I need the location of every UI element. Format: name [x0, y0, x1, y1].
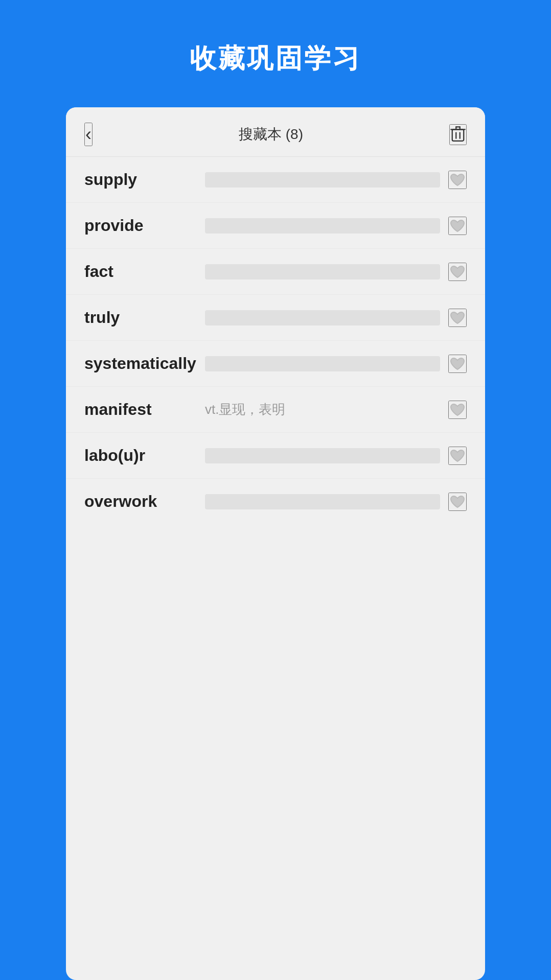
- vocabulary-card: ‹ 搜藏本 (8) supply provide fact truly syst…: [66, 107, 485, 980]
- back-button[interactable]: ‹: [84, 123, 93, 146]
- heart-button[interactable]: [448, 447, 467, 465]
- card-title: 搜藏本 (8): [239, 125, 303, 144]
- word-text: overwork: [84, 492, 197, 511]
- heart-button[interactable]: [448, 401, 467, 419]
- heart-button[interactable]: [448, 171, 467, 189]
- list-item: supply: [66, 157, 485, 203]
- list-item: labo(u)r: [66, 433, 485, 479]
- word-text: provide: [84, 216, 197, 235]
- word-definition: vt.显现，表明: [205, 401, 440, 418]
- word-list: supply provide fact truly systematically…: [66, 157, 485, 524]
- page-title: 收藏巩固学习: [190, 41, 361, 77]
- list-item: overwork: [66, 479, 485, 524]
- word-text: fact: [84, 262, 197, 281]
- heart-icon: [450, 219, 465, 233]
- word-definition-placeholder: [205, 356, 440, 371]
- word-text: systematically: [84, 354, 197, 373]
- list-item: systematically: [66, 341, 485, 387]
- heart-button[interactable]: [448, 355, 467, 373]
- list-item: truly: [66, 295, 485, 341]
- heart-icon: [450, 311, 465, 325]
- empty-space: [66, 524, 485, 831]
- word-text: manifest: [84, 400, 197, 419]
- svg-rect-0: [452, 129, 464, 141]
- list-item: fact: [66, 249, 485, 295]
- heart-icon: [450, 449, 465, 463]
- word-definition-placeholder: [205, 218, 440, 234]
- word-definition-placeholder: [205, 310, 440, 325]
- heart-icon: [450, 357, 465, 371]
- heart-button[interactable]: [448, 493, 467, 511]
- word-text: supply: [84, 170, 197, 189]
- word-definition-placeholder: [205, 494, 440, 509]
- heart-icon: [450, 173, 465, 187]
- list-item: manifestvt.显现，表明: [66, 387, 485, 433]
- heart-icon: [450, 495, 465, 509]
- card-header: ‹ 搜藏本 (8): [66, 107, 485, 157]
- heart-icon: [450, 265, 465, 279]
- word-definition-placeholder: [205, 448, 440, 463]
- heart-icon: [450, 403, 465, 417]
- list-item: provide: [66, 203, 485, 249]
- word-text: truly: [84, 308, 197, 327]
- word-definition-placeholder: [205, 172, 440, 188]
- heart-button[interactable]: [448, 309, 467, 327]
- heart-button[interactable]: [448, 217, 467, 235]
- word-definition-placeholder: [205, 264, 440, 279]
- delete-button[interactable]: [449, 124, 467, 145]
- word-text: labo(u)r: [84, 446, 197, 465]
- page-header: 收藏巩固学习: [0, 0, 551, 107]
- trash-icon: [450, 125, 466, 143]
- heart-button[interactable]: [448, 263, 467, 281]
